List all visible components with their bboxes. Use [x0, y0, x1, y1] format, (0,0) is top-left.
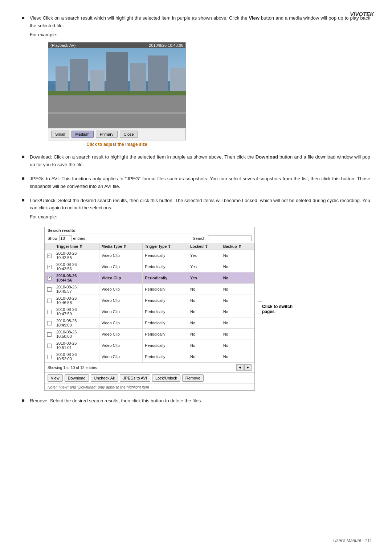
search-control: Search: [193, 235, 252, 241]
action-buttons-row: View Download Uncheck All JPEGs to AVI L… [45, 372, 254, 383]
row-checkbox-cell [45, 328, 54, 340]
brand-logo: VIVOTEK [350, 11, 374, 17]
col-backup: Backup ⇕ [221, 243, 254, 250]
row-checkbox[interactable] [47, 355, 52, 359]
row-media-type: Video Clip [99, 283, 142, 295]
row-checkbox-cell [45, 317, 54, 328]
row-locked: Yes [188, 250, 221, 261]
row-trigger-type: Periodically [143, 261, 188, 272]
row-trigger-type: Periodically [143, 272, 188, 283]
view-section: ■ View: Click on a search result which w… [22, 15, 370, 147]
showing-text: Showing 1 to 10 of 12 entries [48, 365, 97, 370]
table-row: 2010-08-26 10:42:55Video ClipPeriodicall… [45, 250, 254, 261]
row-locked: No [188, 328, 221, 340]
row-media-type: Video Clip [99, 351, 142, 362]
row-trigger-type: Periodically [143, 250, 188, 261]
table-header: Trigger time ⇕ Media Type ⇕ Trigger type… [45, 243, 254, 250]
download-section: ■ Download: Click on a search result to … [22, 153, 370, 169]
show-label: Show [48, 236, 58, 241]
search-table: Trigger time ⇕ Media Type ⇕ Trigger type… [45, 243, 254, 362]
entries-label: entries [73, 236, 85, 241]
row-backup: No [221, 272, 254, 283]
row-checkbox[interactable] [47, 254, 52, 258]
show-entries-control: Show entries [48, 235, 85, 241]
table-row: 2010-08-26 10:46:58Video ClipPeriodicall… [45, 295, 254, 306]
view-btn[interactable]: View [48, 374, 63, 382]
col-trigger-type: Trigger type ⇕ [143, 243, 188, 250]
playback-close-btn[interactable]: Close [120, 131, 138, 138]
lock-section: ■ Lock/Unlock: Select the desired search… [22, 197, 370, 391]
remove-btn[interactable]: Remove [182, 374, 204, 382]
row-media-type: Video Clip [99, 250, 142, 261]
row-checkbox-cell [45, 295, 54, 306]
next-page-btn[interactable]: ► [244, 364, 252, 371]
download-content: Download: Click on a search result to hi… [30, 153, 370, 169]
row-trigger-type: Periodically [143, 283, 188, 295]
lock-text: Lock/Unlock: Select the desired search r… [30, 197, 370, 212]
row-checkbox[interactable] [47, 276, 52, 280]
prev-page-btn[interactable]: ◄ [236, 364, 244, 371]
download-btn[interactable]: Download [65, 374, 89, 382]
row-trigger-time: 2010-08-26 10:43:56 [54, 261, 99, 272]
playback-small-btn[interactable]: Small [51, 131, 69, 138]
playback-title-right: 2010/8/26 10:43:06 [149, 43, 183, 48]
remove-text: Remove: Select the desired search result… [30, 397, 370, 405]
row-checkbox[interactable] [47, 310, 52, 314]
bullet-lock: ■ [22, 197, 28, 203]
row-trigger-time: 2010-08-26 10:44:56 [54, 272, 99, 283]
remove-section: ■ Remove: Select the desired search resu… [22, 397, 370, 405]
bullet-jpegs: ■ [22, 176, 28, 181]
row-backup: No [221, 306, 254, 317]
table-row: 2010-08-26 10:50:00Video ClipPeriodicall… [45, 328, 254, 340]
jpegs-to-avi-btn[interactable]: JPEGs to AVI [120, 374, 150, 382]
for-example-lock: For example: [30, 213, 370, 221]
row-checkbox[interactable] [47, 332, 52, 337]
table-row: 2010-08-26 10:47:59Video ClipPeriodicall… [45, 306, 254, 317]
row-checkbox[interactable] [47, 299, 52, 303]
uncheck-all-btn[interactable]: Uncheck All [91, 374, 118, 382]
playback-primary-btn[interactable]: Primary [96, 131, 118, 138]
search-results-title: Search results [45, 227, 254, 234]
row-backup: No [221, 317, 254, 328]
bullet-view: ■ [22, 15, 28, 20]
row-checkbox[interactable] [47, 265, 52, 269]
col-locked: Locked ⇕ [188, 243, 221, 250]
row-media-type: Video Clip [99, 306, 142, 317]
row-locked: No [188, 351, 221, 362]
row-backup: No [221, 351, 254, 362]
row-checkbox[interactable] [47, 321, 52, 325]
building-4 [106, 52, 128, 95]
row-media-type: Video Clip [99, 295, 142, 306]
show-input[interactable] [59, 235, 72, 241]
row-trigger-time: 2010-08-26 10:51:01 [54, 340, 99, 351]
row-trigger-time: 2010-08-26 10:50:00 [54, 328, 99, 340]
pagination: ◄ ► [236, 364, 252, 371]
row-locked: Yes [188, 272, 221, 283]
lock-content: Lock/Unlock: Select the desired search r… [30, 197, 370, 391]
building-6 [148, 56, 168, 95]
row-locked: Yes [188, 261, 221, 272]
row-media-type: Video Clip [99, 261, 142, 272]
row-backup: No [221, 328, 254, 340]
lock-unlock-btn[interactable]: Lock/Unlock [152, 374, 180, 382]
table-row: 2010-08-26 10:43:56Video ClipPeriodicall… [45, 261, 254, 272]
remove-content: Remove: Select the desired search result… [30, 397, 370, 405]
playback-medium-btn[interactable]: Medium [72, 131, 94, 138]
search-label: Search: [193, 236, 207, 241]
search-footer: Showing 1 to 10 of 12 entries ◄ ► [45, 362, 254, 372]
bullet-download: ■ [22, 154, 28, 159]
row-checkbox-cell [45, 306, 54, 317]
bullet-remove: ■ [22, 398, 28, 403]
col-trigger-time: Trigger time ⇕ [54, 243, 99, 250]
row-trigger-type: Periodically [143, 306, 188, 317]
page-number: User's Manual - 111 [333, 538, 372, 543]
row-checkbox-cell [45, 351, 54, 362]
row-trigger-type: Periodically [143, 317, 188, 328]
search-results-box: Search results Show entries Search: [44, 227, 255, 391]
table-row: 2010-08-26 10:52:00Video ClipPeriodicall… [45, 351, 254, 362]
row-checkbox-cell [45, 261, 54, 272]
search-input[interactable] [208, 235, 252, 241]
col-media-type: Media Type ⇕ [99, 243, 142, 250]
row-checkbox[interactable] [47, 287, 52, 292]
row-checkbox[interactable] [47, 344, 52, 348]
